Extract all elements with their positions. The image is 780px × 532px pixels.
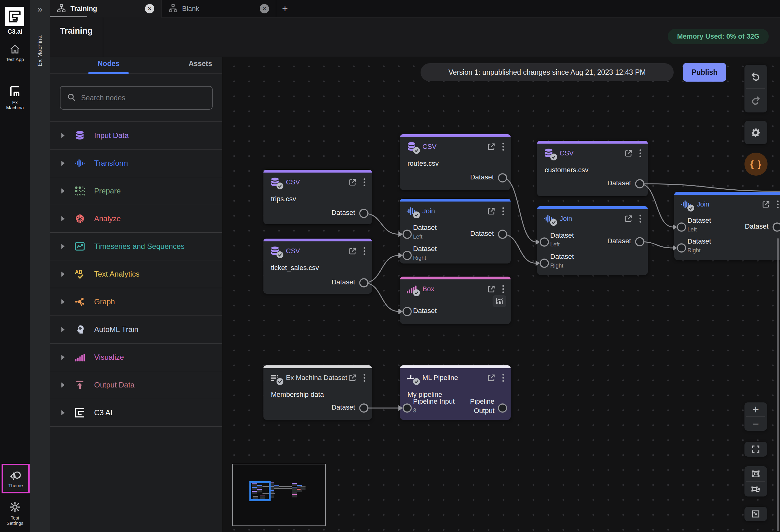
caret-right-icon[interactable]: [60, 271, 67, 277]
tab-close-icon[interactable]: ✕: [145, 4, 154, 13]
caret-right-icon[interactable]: [60, 410, 67, 416]
search-nodes-input[interactable]: [81, 94, 206, 103]
category-analyze[interactable]: Analyze: [50, 205, 222, 233]
tab-blank[interactable]: Blank ✕: [161, 0, 276, 17]
kebab-menu-icon[interactable]: [362, 373, 366, 382]
open-external-icon[interactable]: [624, 149, 633, 158]
open-external-icon[interactable]: [348, 247, 357, 255]
kebab-menu-icon[interactable]: [776, 200, 780, 209]
publish-button[interactable]: Publish: [683, 63, 726, 82]
kebab-menu-icon[interactable]: [501, 207, 505, 216]
undo-button[interactable]: [744, 65, 767, 89]
rail-item-theme[interactable]: Theme: [2, 464, 30, 493]
caret-right-icon[interactable]: [60, 188, 67, 194]
caret-right-icon[interactable]: [60, 243, 67, 250]
success-check-badge: [413, 147, 420, 154]
caret-right-icon[interactable]: [60, 132, 67, 139]
input-port-sublabel: Left: [687, 226, 697, 233]
minimap-toolbar: [744, 507, 767, 521]
minimap[interactable]: [232, 464, 326, 526]
tab-assets[interactable]: Assets: [189, 59, 212, 68]
rail-item-ex-machina[interactable]: Ex Machina: [0, 85, 30, 110]
category-label: Text Analytics: [94, 270, 139, 278]
canvas-settings-gear-button[interactable]: [744, 121, 767, 144]
zoom-out-button[interactable]: −: [744, 417, 767, 431]
node-ticket_sales[interactable]: CSV ticket_sales.csvDataset: [263, 238, 372, 294]
workflow-title-cell: Training: [50, 17, 103, 57]
input-port-label: Dataset: [550, 253, 574, 261]
kebab-menu-icon[interactable]: [501, 373, 505, 382]
minimap-viewport[interactable]: [249, 481, 271, 501]
output-port-label: Dataset: [470, 173, 494, 181]
caret-right-icon[interactable]: [60, 354, 67, 360]
category-text-analytics[interactable]: ABText Analytics: [50, 260, 222, 288]
theme-label: Theme: [8, 483, 23, 488]
node-accent-bar: [263, 365, 372, 368]
kebab-menu-icon[interactable]: [362, 246, 366, 256]
caret-right-icon[interactable]: [60, 382, 67, 388]
category-visualize[interactable]: Visualize: [50, 343, 222, 371]
open-external-icon[interactable]: [762, 200, 770, 209]
rail-item-test-settings[interactable]: Test Settings: [0, 501, 30, 526]
open-external-icon[interactable]: [348, 373, 357, 382]
preview-chart-button[interactable]: [493, 295, 506, 307]
open-external-icon[interactable]: [487, 142, 496, 151]
node-join2[interactable]: Join DatasetLeftDatasetRightDataset: [537, 206, 648, 275]
new-tab-button[interactable]: +: [276, 0, 294, 17]
tabstrip-scrollbar[interactable]: [50, 16, 87, 17]
category-graph[interactable]: Graph: [50, 288, 222, 316]
kebab-menu-icon[interactable]: [638, 149, 642, 158]
redo-button[interactable]: [744, 89, 767, 112]
tab-training[interactable]: Training ✕: [50, 0, 161, 17]
node-trips[interactable]: CSV trips.csvDataset: [263, 170, 372, 224]
input-port-label: Dataset: [550, 231, 574, 240]
category-automl-train[interactable]: AutoML Train: [50, 316, 222, 343]
category-c3-ai[interactable]: C3 AI: [50, 399, 222, 427]
pipeline-canvas[interactable]: Version 1: unpublished changes since Aug…: [222, 57, 780, 532]
open-external-icon[interactable]: [487, 373, 496, 382]
c3-logo[interactable]: [5, 7, 24, 26]
category-output-data[interactable]: Output Data: [50, 371, 222, 399]
select-layout-button[interactable]: [744, 466, 767, 481]
tab-close-icon[interactable]: ✕: [260, 4, 269, 13]
canvas-vertical-scrollbar[interactable]: [777, 238, 779, 531]
category-input-data[interactable]: Input Data: [50, 122, 222, 150]
minimap-node: [292, 490, 297, 494]
caret-right-icon[interactable]: [60, 160, 67, 166]
kebab-menu-icon[interactable]: [501, 284, 505, 294]
output-port-label: Dataset: [331, 209, 355, 217]
node-customers[interactable]: CSV customers.csvDataset: [537, 141, 648, 196]
node-exm_dataset[interactable]: Ex Machina Dataset Membership dataDatase…: [263, 365, 372, 420]
node-box[interactable]: Box Dataset: [400, 277, 510, 324]
category-prepare[interactable]: Prepare: [50, 177, 222, 205]
open-external-icon[interactable]: [348, 178, 357, 187]
rail-item-test-app[interactable]: Test App: [0, 44, 30, 62]
open-external-icon[interactable]: [487, 207, 496, 216]
category-transform[interactable]: Transform: [50, 150, 222, 177]
fit-to-screen-button[interactable]: [744, 442, 767, 457]
input-port-sublabel: 3: [413, 408, 416, 414]
tab-nodes[interactable]: Nodes: [98, 59, 119, 68]
node-routes[interactable]: CSV routes.csvDataset: [400, 134, 510, 190]
output-port-label: Dataset: [607, 237, 631, 245]
expand-panel-icon[interactable]: »: [35, 4, 45, 14]
caret-right-icon[interactable]: [60, 216, 67, 222]
node-ml_pipeline[interactable]: ML Pipeline My pipelinePipeline Input3Pi…: [400, 365, 510, 420]
node-join3[interactable]: Join DatasetLeftDatasetRightDataset: [674, 192, 780, 260]
svg-text:AB: AB: [75, 269, 82, 275]
caret-right-icon[interactable]: [60, 326, 67, 333]
arrange-layout-button[interactable]: [744, 482, 767, 496]
c3-logo-icon: [8, 10, 21, 23]
caret-right-icon[interactable]: [60, 299, 67, 305]
kebab-menu-icon[interactable]: [362, 177, 366, 187]
kebab-menu-icon[interactable]: [501, 142, 505, 151]
node-join1[interactable]: Join DatasetLeftDatasetRightDataset: [400, 199, 510, 264]
kebab-menu-icon[interactable]: [638, 214, 642, 223]
open-external-icon[interactable]: [624, 214, 633, 223]
open-external-icon[interactable]: [487, 285, 496, 294]
category-timeseries-and-sequences[interactable]: Timeseries and Sequences: [50, 233, 222, 260]
minimap-toggle-button[interactable]: [744, 507, 767, 521]
code-braces-button[interactable]: { }: [744, 153, 768, 176]
success-check-badge: [550, 154, 557, 160]
zoom-in-button[interactable]: +: [744, 403, 767, 417]
